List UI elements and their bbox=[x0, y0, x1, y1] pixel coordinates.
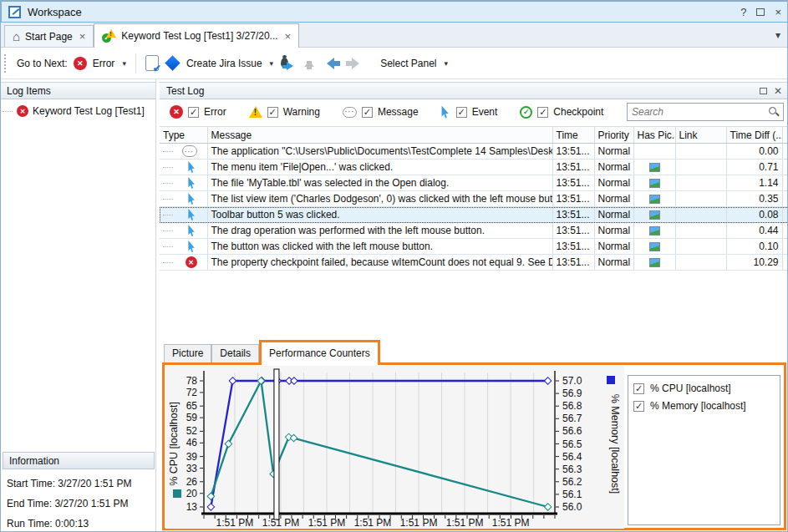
end-time: End Time: 3/27/20 1:51 PM bbox=[7, 498, 156, 509]
details-report-icon[interactable] bbox=[145, 55, 159, 71]
svg-text:46: 46 bbox=[186, 437, 198, 448]
svg-text:56.2: 56.2 bbox=[562, 476, 582, 488]
svg-text:56.8: 56.8 bbox=[562, 400, 582, 412]
error-icon bbox=[186, 256, 197, 268]
col-time[interactable]: Time bbox=[552, 127, 594, 144]
jira-icon[interactable] bbox=[165, 55, 180, 70]
panel-close-icon[interactable]: ✕ bbox=[774, 85, 782, 97]
message-icon bbox=[182, 145, 197, 157]
table-row[interactable]: The button was clicked with the left mou… bbox=[160, 239, 788, 255]
goto-error-icon[interactable]: ✕ bbox=[74, 57, 87, 70]
event-icon bbox=[188, 225, 197, 236]
table-row[interactable]: The menu item 'File|Open...' was clicked… bbox=[160, 160, 788, 175]
error-checkbox[interactable] bbox=[188, 107, 199, 118]
col-message[interactable]: Message bbox=[207, 127, 552, 144]
svg-text:56.5: 56.5 bbox=[562, 438, 582, 450]
svg-text:26: 26 bbox=[186, 476, 198, 488]
legend-item-memory[interactable]: % Memory [localhost] bbox=[633, 400, 775, 412]
col-type[interactable]: Type bbox=[160, 127, 207, 144]
svg-text:56.1: 56.1 bbox=[562, 489, 582, 500]
back-arrow-icon[interactable] bbox=[321, 58, 340, 69]
event-checkbox[interactable] bbox=[456, 107, 467, 118]
tree-connector bbox=[3, 111, 13, 112]
svg-text:59: 59 bbox=[186, 412, 198, 423]
filter-event[interactable]: Event bbox=[441, 106, 498, 119]
table-row-selected[interactable]: Toolbar button 5 was clicked.13:51...Nor… bbox=[160, 207, 788, 223]
forward-arrow-icon[interactable] bbox=[346, 58, 365, 69]
close-button[interactable]: × bbox=[775, 7, 781, 18]
select-panel-button[interactable]: Select Panel bbox=[380, 58, 436, 69]
error-icon: ✕ bbox=[170, 105, 183, 119]
search-input[interactable] bbox=[628, 106, 768, 118]
error-icon: ✕ bbox=[17, 105, 28, 117]
tab-keyword-test-log[interactable]: ✓ Keyword Test Log [Test1] 3/27/20... × bbox=[94, 23, 299, 48]
log-search-box[interactable] bbox=[627, 103, 784, 121]
test-log-status-icon: ✓ bbox=[102, 29, 116, 43]
svg-text:1:51 PM: 1:51 PM bbox=[308, 517, 346, 529]
table-row[interactable]: The property checkpoint failed, because … bbox=[160, 255, 788, 271]
up-level-icon[interactable] bbox=[303, 56, 315, 71]
toolbar-grip[interactable] bbox=[4, 54, 8, 73]
filter-warning[interactable]: Warning bbox=[249, 106, 320, 118]
memory-series-checkbox[interactable] bbox=[633, 401, 644, 412]
filter-message[interactable]: Message bbox=[343, 106, 419, 118]
chart-legend: % CPU [localhost] % Memory [localhost] bbox=[628, 375, 780, 525]
create-jira-issue-button[interactable]: Create Jira Issue bbox=[186, 58, 262, 69]
log-table: Type Message Time Priority Has Pic... Li… bbox=[160, 126, 788, 271]
svg-text:52: 52 bbox=[186, 425, 198, 437]
create-jira-dropdown-icon[interactable]: ▾ bbox=[270, 59, 274, 68]
cpu-series-checkbox[interactable] bbox=[633, 383, 644, 394]
log-items-panel: Log Items ✕ Keyword Test Log [Test1] Inf… bbox=[1, 79, 156, 532]
svg-text:39: 39 bbox=[186, 451, 198, 463]
picture-icon bbox=[649, 258, 660, 267]
svg-text:% CPU [localhost]: % CPU [localhost] bbox=[168, 402, 180, 486]
svg-text:56.3: 56.3 bbox=[562, 464, 582, 475]
goto-next-value[interactable]: Error bbox=[93, 58, 115, 69]
select-panel-dropdown-icon[interactable]: ▾ bbox=[445, 59, 449, 68]
col-time-diff[interactable]: Time Diff (... bbox=[726, 127, 782, 144]
table-row[interactable]: The drag operation was performed with th… bbox=[160, 223, 788, 239]
maximize-button[interactable] bbox=[756, 8, 765, 16]
home-icon: ⌂ bbox=[13, 30, 20, 43]
filter-checkpoint[interactable]: Checkpoint bbox=[520, 106, 603, 119]
window-titlebar: Workspace ? × bbox=[1, 1, 788, 23]
test-log-title: Test Log bbox=[166, 85, 204, 97]
workspace-icon bbox=[8, 6, 21, 18]
filter-error[interactable]: ✕ Error bbox=[170, 105, 226, 119]
log-item-keyword-test-log[interactable]: ✕ Keyword Test Log [Test1] bbox=[1, 99, 155, 117]
checkpoint-icon bbox=[520, 106, 532, 119]
tab-start-page-close-icon[interactable]: × bbox=[79, 30, 86, 43]
table-row[interactable]: The list view item ('Charles Dodgeson', … bbox=[160, 191, 788, 207]
tab-details[interactable]: Details bbox=[211, 344, 259, 362]
col-has-picture[interactable]: Has Pic... bbox=[633, 127, 675, 144]
goto-next-dropdown-icon[interactable]: ▾ bbox=[122, 59, 126, 68]
tab-keyword-test-log-label: Keyword Test Log [Test1] 3/27/20... bbox=[121, 30, 277, 42]
report-bug-icon[interactable] bbox=[279, 56, 297, 71]
tab-start-page[interactable]: ⌂ Start Page × bbox=[4, 25, 94, 47]
tab-list-dropdown-icon[interactable]: ▾ bbox=[775, 29, 780, 41]
table-header-row: Type Message Time Priority Has Pic... Li… bbox=[160, 127, 788, 144]
svg-text:20: 20 bbox=[186, 488, 198, 499]
picture-icon bbox=[649, 163, 660, 172]
legend-item-cpu[interactable]: % CPU [localhost] bbox=[633, 383, 775, 394]
tab-keyword-test-log-close-icon[interactable]: × bbox=[285, 30, 292, 43]
goto-next-label: Go to Next: bbox=[17, 58, 68, 69]
message-icon bbox=[343, 107, 357, 118]
warning-checkbox[interactable] bbox=[267, 107, 278, 118]
table-row[interactable]: The file 'MyTable.tbl' was selected in t… bbox=[160, 175, 788, 191]
search-icon[interactable] bbox=[768, 106, 780, 118]
svg-text:33: 33 bbox=[186, 463, 198, 474]
table-row[interactable]: The application "C:\Users\Public\Documen… bbox=[160, 144, 788, 160]
picture-icon bbox=[649, 226, 660, 236]
panel-maximize-icon[interactable] bbox=[760, 88, 767, 94]
col-priority[interactable]: Priority bbox=[594, 127, 633, 144]
checkpoint-checkbox[interactable] bbox=[537, 107, 548, 118]
log-item-label: Keyword Test Log [Test1] bbox=[33, 105, 145, 117]
help-button[interactable]: ? bbox=[740, 7, 746, 18]
tab-picture[interactable]: Picture bbox=[164, 344, 211, 362]
message-checkbox[interactable] bbox=[362, 107, 373, 118]
svg-text:1:51 PM: 1:51 PM bbox=[354, 517, 392, 529]
tab-performance-counters[interactable]: Performance Counters bbox=[259, 340, 380, 365]
picture-icon bbox=[649, 179, 660, 188]
col-link[interactable]: Link bbox=[675, 127, 726, 144]
